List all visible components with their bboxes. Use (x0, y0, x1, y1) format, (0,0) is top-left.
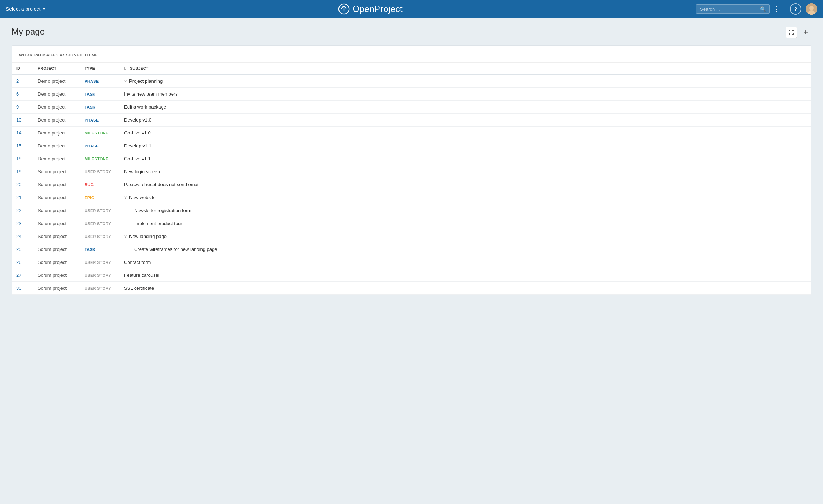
cell-project: Scrum project (33, 217, 80, 230)
cell-project: Scrum project (33, 191, 80, 204)
subject-text: Password reset does not send email (124, 182, 200, 187)
main-content: My page + WORK PACKAGES ASSIGNED TO ME I… (0, 18, 823, 304)
subject-content: Create wireframes for new landing page (124, 247, 807, 252)
cell-project: Demo project (33, 74, 80, 88)
cell-project: Scrum project (33, 256, 80, 269)
cell-project: Demo project (33, 127, 80, 139)
project-selector-label: Select a project (6, 6, 41, 12)
work-package-id-link[interactable]: 19 (16, 169, 21, 174)
subject-text: Edit a work package (124, 104, 166, 110)
cell-subject: Edit a work package (120, 101, 811, 114)
cell-project: Demo project (33, 101, 80, 114)
header-right: 🔍 ⋮⋮ ? (696, 3, 817, 15)
subject-text: New website (129, 195, 156, 200)
fullscreen-button[interactable] (786, 27, 797, 38)
cell-type: PHASE (80, 139, 120, 152)
cell-id: 10 (12, 114, 33, 127)
chevron-down-icon: ▾ (43, 6, 45, 12)
work-package-id-link[interactable]: 27 (16, 272, 21, 278)
table-row: 18Demo projectMILESTONEGo-Live v1.1 (12, 152, 811, 165)
cell-type: PHASE (80, 74, 120, 88)
type-badge: MILESTONE (85, 131, 109, 135)
work-package-id-link[interactable]: 18 (16, 156, 21, 161)
work-package-id-link[interactable]: 2 (16, 78, 19, 84)
work-package-id-link[interactable]: 25 (16, 247, 21, 252)
cell-id: 20 (12, 178, 33, 191)
cell-type: USER STORY (80, 204, 120, 217)
work-package-id-link[interactable]: 6 (16, 91, 19, 97)
work-packages-table: ID ↑ PROJECT TYPE SUBJEC (12, 63, 811, 295)
project-selector[interactable]: Select a project ▾ (6, 6, 45, 12)
subject-text: Go-Live v1.1 (124, 156, 151, 161)
work-package-id-link[interactable]: 21 (16, 195, 21, 200)
work-package-id-link[interactable]: 15 (16, 143, 21, 148)
cell-subject: ∨Project planning (120, 74, 811, 88)
subject-content: ∨New landing page (124, 234, 807, 239)
cell-id: 18 (12, 152, 33, 165)
col-header-type[interactable]: TYPE (80, 63, 120, 74)
cell-type: BUG (80, 178, 120, 191)
subject-content: Feature carousel (124, 272, 807, 278)
work-package-id-link[interactable]: 24 (16, 234, 21, 239)
add-widget-button[interactable]: + (800, 27, 811, 38)
avatar-image (806, 3, 817, 15)
cell-type: USER STORY (80, 230, 120, 243)
col-header-project[interactable]: PROJECT (33, 63, 80, 74)
work-package-id-link[interactable]: 20 (16, 182, 21, 187)
cell-project: Demo project (33, 152, 80, 165)
subject-text: Invite new team members (124, 91, 178, 97)
hierarchy-icon (124, 66, 128, 70)
project-name-text: Scrum project (38, 208, 67, 213)
work-package-id-link[interactable]: 26 (16, 260, 21, 265)
cell-subject: Develop v1.0 (120, 114, 811, 127)
cell-subject: Develop v1.1 (120, 139, 811, 152)
search-icon[interactable]: 🔍 (760, 6, 766, 12)
subject-content: Develop v1.1 (124, 143, 807, 148)
search-input[interactable] (700, 6, 758, 12)
collapse-icon[interactable]: ∨ (124, 234, 127, 239)
header-center: OpenProject (49, 3, 692, 15)
work-package-id-link[interactable]: 23 (16, 221, 21, 226)
cell-type: MILESTONE (80, 127, 120, 139)
type-badge: USER STORY (85, 273, 111, 278)
table-row: 9Demo projectTASKEdit a work package (12, 101, 811, 114)
type-badge: PHASE (85, 79, 99, 83)
cell-id: 25 (12, 243, 33, 256)
subject-content: SSL certificate (124, 285, 807, 291)
table-row: 2Demo projectPHASE∨Project planning (12, 74, 811, 88)
work-package-id-link[interactable]: 14 (16, 130, 21, 136)
page-title: My page (12, 27, 45, 37)
col-header-id[interactable]: ID ↑ (12, 63, 33, 74)
cell-subject: Implement product tour (120, 217, 811, 230)
cell-type: MILESTONE (80, 152, 120, 165)
help-icon[interactable]: ? (790, 3, 801, 15)
cell-type: USER STORY (80, 217, 120, 230)
project-name-text: Scrum project (38, 169, 67, 174)
subject-content: Go-Live v1.0 (124, 130, 807, 136)
subject-text: Newsletter registration form (134, 208, 191, 213)
work-package-id-link[interactable]: 22 (16, 208, 21, 213)
cell-type: TASK (80, 243, 120, 256)
project-name-text: Scrum project (38, 195, 67, 200)
cell-type: USER STORY (80, 269, 120, 282)
cell-id: 9 (12, 101, 33, 114)
search-box[interactable]: 🔍 (696, 4, 770, 14)
type-badge: TASK (85, 247, 95, 252)
work-package-id-link[interactable]: 30 (16, 285, 21, 291)
collapse-icon[interactable]: ∨ (124, 195, 127, 200)
project-name-text: Scrum project (38, 182, 67, 187)
work-package-id-link[interactable]: 9 (16, 104, 19, 110)
subject-content: Edit a work package (124, 104, 807, 110)
project-name-text: Scrum project (38, 247, 67, 252)
logo-text: OpenProject (353, 4, 403, 14)
modules-icon[interactable]: ⋮⋮ (774, 3, 786, 15)
work-package-id-link[interactable]: 10 (16, 117, 21, 123)
type-badge: USER STORY (85, 234, 111, 239)
project-name-text: Demo project (38, 78, 65, 84)
cell-type: EPIC (80, 191, 120, 204)
logo-icon (338, 3, 350, 15)
user-avatar[interactable] (806, 3, 817, 15)
col-header-subject[interactable]: SUBJECT (120, 63, 811, 74)
collapse-icon[interactable]: ∨ (124, 79, 127, 83)
cell-type: PHASE (80, 114, 120, 127)
